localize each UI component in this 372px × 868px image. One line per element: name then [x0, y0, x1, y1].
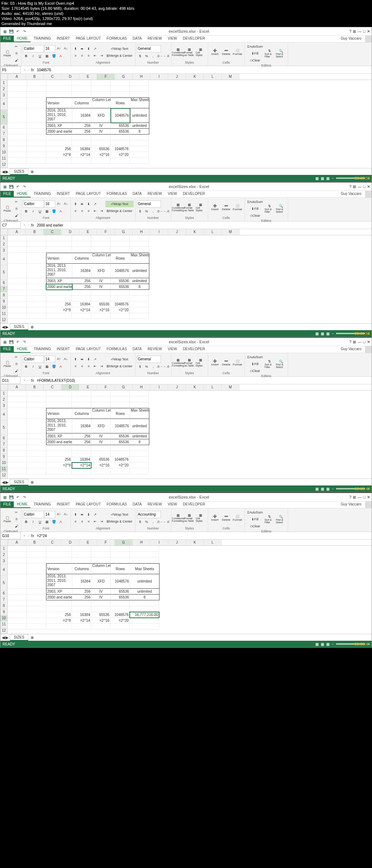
- cell-styles-button[interactable]: ▦Cell Styles: [195, 45, 206, 59]
- font-size-select[interactable]: [44, 200, 55, 208]
- selected-cell[interactable]: 16,777,216.00: [130, 612, 159, 618]
- align-top-icon[interactable]: ⬆: [72, 45, 79, 52]
- formula-input[interactable]: [36, 377, 372, 384]
- merge-center-button[interactable]: ⊞ Merge & Center: [105, 52, 134, 59]
- row-header[interactable]: 1: [0, 80, 8, 86]
- minimize-icon[interactable]: —: [357, 29, 361, 34]
- delete-cells-button[interactable]: ➖Delete: [221, 200, 232, 215]
- table-cell[interactable]: 16384: [72, 108, 92, 123]
- view-pagebreak-icon[interactable]: ▦: [326, 176, 329, 180]
- percent-icon[interactable]: %: [143, 53, 150, 59]
- insert-cells-button[interactable]: ➕Insert: [210, 45, 221, 59]
- sheet-tab-sizes[interactable]: SIZES: [10, 168, 28, 175]
- underline-button[interactable]: U: [37, 208, 43, 215]
- clear-button[interactable]: ◇ Clear: [246, 212, 264, 219]
- close-icon[interactable]: ✕: [367, 495, 370, 500]
- tab-file[interactable]: FILE: [0, 191, 14, 197]
- name-box[interactable]: [1, 221, 21, 229]
- account-name[interactable]: Guy Vaccaro: [339, 191, 364, 197]
- wrap-text-button[interactable]: ⏎ Wrap Text: [105, 45, 134, 52]
- tab-data[interactable]: DATA: [130, 36, 145, 42]
- undo-icon[interactable]: ↶: [15, 494, 21, 500]
- col-header-i[interactable]: I: [150, 74, 168, 80]
- ribbon-options-icon[interactable]: ⊞: [353, 29, 356, 34]
- insert-cells-button[interactable]: ➕Insert: [210, 200, 221, 215]
- format-as-table-button[interactable]: ▦Format as Table: [184, 200, 195, 215]
- decrease-indent-icon[interactable]: ⇤: [92, 52, 98, 59]
- col-header-g[interactable]: G: [115, 74, 133, 80]
- ribbon-options-icon[interactable]: ⊞: [353, 495, 356, 500]
- tab-training[interactable]: TRAINING: [31, 191, 54, 197]
- ribbon-options-icon[interactable]: ⊞: [353, 184, 356, 189]
- merge-center-button[interactable]: ⊞ Merge & Center: [105, 518, 134, 525]
- decrease-decimal-icon[interactable]: ←.0: [163, 53, 170, 59]
- table-cell[interactable]: 256: [72, 123, 92, 129]
- bold-button[interactable]: B: [23, 208, 29, 215]
- table-cell[interactable]: 256: [72, 129, 92, 135]
- tab-home[interactable]: HOME: [14, 36, 31, 42]
- paste-button[interactable]: 📋Paste: [2, 46, 13, 61]
- row-header[interactable]: 12: [0, 162, 8, 168]
- decrease-font-icon[interactable]: A↓: [62, 45, 69, 52]
- undo-icon[interactable]: ↶: [15, 28, 21, 34]
- redo-icon[interactable]: ↷: [21, 184, 27, 189]
- orientation-icon[interactable]: ↗: [92, 45, 98, 52]
- col-header-b[interactable]: B: [26, 74, 44, 80]
- spreadsheet-grid[interactable]: ABCDEFGHIJKLM 123456789101112 VersionCol…: [0, 384, 372, 479]
- select-all-corner[interactable]: [0, 74, 8, 80]
- align-bottom-icon[interactable]: ⬇: [85, 45, 92, 52]
- table-cell[interactable]: IV: [92, 123, 111, 129]
- underline-button[interactable]: U: [37, 53, 43, 59]
- cell-styles-button[interactable]: ▦Cell Styles: [195, 200, 206, 215]
- col-header-d[interactable]: D: [61, 74, 79, 80]
- name-box[interactable]: [1, 66, 21, 73]
- copy-icon[interactable]: ⎘: [13, 50, 20, 57]
- increase-decimal-icon[interactable]: .0→: [157, 53, 163, 59]
- tab-home[interactable]: HOME: [14, 501, 31, 508]
- wrap-text-button[interactable]: ⏎ Wrap Text: [105, 511, 134, 518]
- table-cell[interactable]: Columns: [72, 97, 92, 108]
- increase-indent-icon[interactable]: ⇥: [98, 52, 105, 59]
- cancel-formula-icon[interactable]: ✕: [23, 68, 26, 72]
- help-icon[interactable]: ?: [349, 184, 351, 189]
- formula-input[interactable]: [36, 532, 372, 539]
- close-icon[interactable]: ✕: [367, 184, 370, 189]
- table-cell[interactable]: =2^20: [110, 152, 130, 158]
- cut-icon[interactable]: ✂: [13, 43, 20, 50]
- minimize-icon[interactable]: —: [357, 184, 361, 189]
- font-select[interactable]: [23, 200, 44, 208]
- redo-icon[interactable]: ↷: [21, 28, 27, 34]
- view-normal-icon[interactable]: ▦: [315, 176, 319, 180]
- table-cell[interactable]: 16384: [72, 146, 91, 152]
- fill-color-icon[interactable]: 🪣: [50, 208, 57, 215]
- format-painter-icon[interactable]: 🖌: [13, 57, 20, 64]
- avatar[interactable]: [365, 346, 372, 353]
- fx-icon[interactable]: fx: [31, 533, 34, 538]
- number-format-select[interactable]: [137, 356, 161, 363]
- row-header[interactable]: 5: [0, 110, 8, 125]
- name-box[interactable]: [1, 532, 21, 539]
- minimize-icon[interactable]: —: [357, 495, 361, 500]
- spreadsheet-grid[interactable]: ABCDEFGHIJKL 123456789101112 VersionColu…: [0, 540, 372, 634]
- col-header-j[interactable]: J: [168, 74, 186, 80]
- col-header-e[interactable]: E: [79, 74, 97, 80]
- table-cell[interactable]: 2000 and earlier: [46, 129, 72, 135]
- tab-insert[interactable]: INSERT: [54, 191, 73, 197]
- currency-icon[interactable]: $: [137, 53, 143, 59]
- bold-button[interactable]: B: [23, 53, 29, 59]
- tab-home[interactable]: HOME: [14, 191, 31, 197]
- font-color-icon[interactable]: A: [57, 208, 64, 215]
- conditional-formatting-button[interactable]: ▦Conditional Formatting: [173, 200, 184, 215]
- account-name[interactable]: Guy Vaccaro: [339, 346, 364, 353]
- table-cell[interactable]: unlimited: [130, 123, 149, 129]
- table-cell[interactable]: XFD: [92, 108, 111, 123]
- autosum-button[interactable]: Σ AutoSum: [246, 43, 264, 50]
- zoom-out-icon[interactable]: −: [332, 176, 334, 180]
- next-sheet-icon[interactable]: ▶: [5, 169, 8, 174]
- table-cell[interactable]: =2^16: [91, 152, 110, 158]
- row-header[interactable]: 7: [0, 131, 8, 137]
- undo-icon[interactable]: ↶: [15, 339, 21, 345]
- fill-color-icon[interactable]: 🪣: [50, 53, 57, 59]
- tab-formulas[interactable]: FORMULAS: [104, 191, 130, 197]
- maximize-icon[interactable]: □: [363, 184, 365, 189]
